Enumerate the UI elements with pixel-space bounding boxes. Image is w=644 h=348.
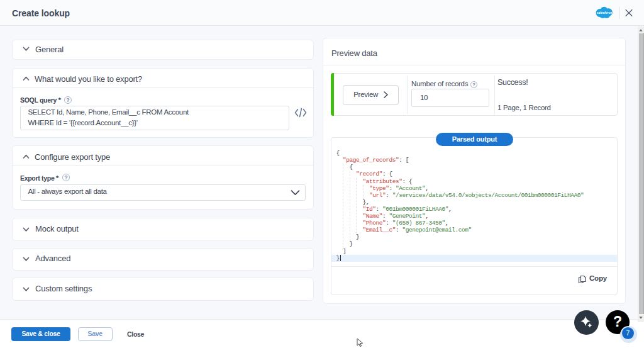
svg-text:salesforce: salesforce xyxy=(597,11,612,14)
